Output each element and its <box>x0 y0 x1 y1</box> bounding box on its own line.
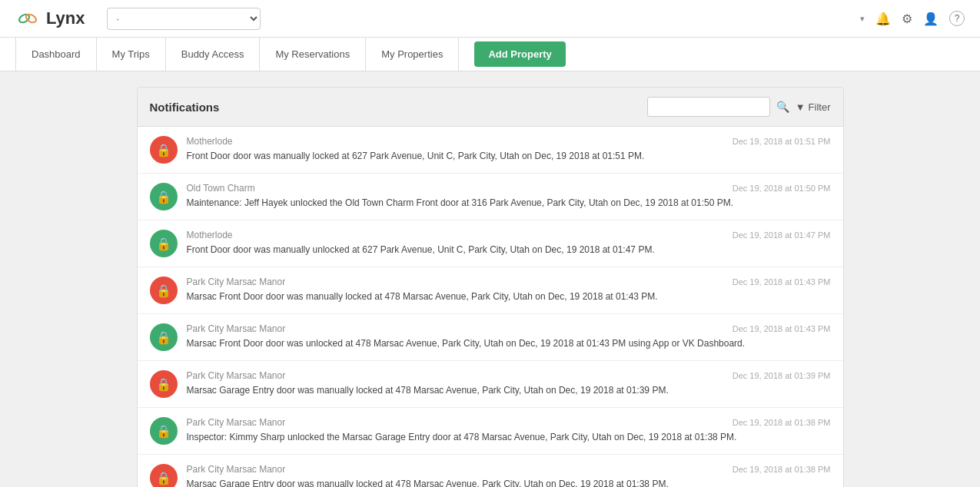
notification-content: Park City Marsac Manor Dec 19, 2018 at 0… <box>187 417 831 444</box>
header-search[interactable]: · <box>107 8 261 30</box>
lock-icon: 🔒 <box>150 230 178 257</box>
header: Lynx · ▾ 🔔 ⚙ 👤 ? <box>0 0 980 38</box>
notification-content: Park City Marsac Manor Dec 19, 2018 at 0… <box>187 277 831 303</box>
notification-time: Dec 19, 2018 at 01:38 PM <box>733 418 831 427</box>
user-chevron-icon[interactable]: ▾ <box>860 14 865 24</box>
notification-content: Motherlode Dec 19, 2018 at 01:47 PM Fron… <box>187 230 831 257</box>
lock-icon: 🔒 <box>150 183 178 210</box>
nav: Dashboard My Trips Buddy Access My Reser… <box>0 38 980 71</box>
nav-item-my-reservations[interactable]: My Reservations <box>260 38 366 71</box>
notification-time: Dec 19, 2018 at 01:43 PM <box>733 277 831 287</box>
notification-top: Motherlode Dec 19, 2018 at 01:51 PM <box>187 136 831 147</box>
header-right: ▾ 🔔 ⚙ 👤 ? <box>860 11 965 26</box>
lock-icon: 🔒 <box>150 417 178 445</box>
notification-property: Old Town Charm <box>187 183 255 194</box>
notification-time: Dec 19, 2018 at 01:47 PM <box>733 230 831 240</box>
filter-icon: ▼ <box>796 101 806 113</box>
gear-icon[interactable]: ⚙ <box>902 12 912 26</box>
notification-property: Park City Marsac Manor <box>187 417 286 428</box>
notifications-search-input[interactable] <box>647 97 770 117</box>
notifications-title: Notifications <box>150 101 220 114</box>
lock-icon: 🔒 <box>150 277 178 304</box>
filter-button[interactable]: ▼ Filter <box>796 101 831 113</box>
notification-content: Park City Marsac Manor Dec 19, 2018 at 0… <box>187 370 831 397</box>
notification-item: 🔒 Old Town Charm Dec 19, 2018 at 01:50 P… <box>138 174 843 220</box>
notification-top: Motherlode Dec 19, 2018 at 01:47 PM <box>187 230 831 240</box>
notification-message: Marsac Garage Entry door was manually lo… <box>187 383 831 397</box>
notification-property: Park City Marsac Manor <box>187 370 286 381</box>
notification-message: Marsac Front Door door was unlocked at 4… <box>187 336 831 350</box>
notifications-list: 🔒 Motherlode Dec 19, 2018 at 01:51 PM Fr… <box>138 127 843 487</box>
notifications-panel: Notifications 🔍 ▼ Filter 🔒 Motherlode De… <box>137 87 844 487</box>
notification-item: 🔒 Park City Marsac Manor Dec 19, 2018 at… <box>138 408 843 455</box>
bell-icon[interactable]: 🔔 <box>875 12 891 26</box>
nav-item-buddy-access[interactable]: Buddy Access <box>166 38 261 71</box>
add-property-button[interactable]: Add Property <box>474 41 565 67</box>
notification-item: 🔒 Motherlode Dec 19, 2018 at 01:47 PM Fr… <box>138 220 843 267</box>
notification-item: 🔒 Park City Marsac Manor Dec 19, 2018 at… <box>138 361 843 408</box>
nav-item-dashboard[interactable]: Dashboard <box>15 38 97 71</box>
notification-message: Marsac Garage Entry door was manually lo… <box>187 477 831 487</box>
search-button[interactable]: 🔍 <box>776 101 789 113</box>
notification-message: Front Door door was manually unlocked at… <box>187 243 831 257</box>
header-left: Lynx · <box>15 6 261 31</box>
notifications-header: Notifications 🔍 ▼ Filter <box>138 88 843 127</box>
notification-message: Maintenance: Jeff Hayek unlocked the Old… <box>187 196 831 210</box>
user-icon[interactable]: 👤 <box>923 12 938 26</box>
notification-top: Park City Marsac Manor Dec 19, 2018 at 0… <box>187 277 831 287</box>
notification-message: Inspector: Kimmy Sharp unlocked the Mars… <box>187 430 831 444</box>
lock-icon: 🔒 <box>150 136 178 164</box>
notification-top: Park City Marsac Manor Dec 19, 2018 at 0… <box>187 464 831 475</box>
lock-icon: 🔒 <box>150 370 178 398</box>
notifications-search-area: 🔍 ▼ Filter <box>647 97 831 117</box>
nav-item-my-trips[interactable]: My Trips <box>97 38 166 71</box>
notification-property: Park City Marsac Manor <box>187 323 286 334</box>
notification-time: Dec 19, 2018 at 01:38 PM <box>733 465 831 474</box>
nav-item-my-properties[interactable]: My Properties <box>366 38 459 71</box>
notification-content: Motherlode Dec 19, 2018 at 01:51 PM Fron… <box>187 136 831 163</box>
notification-top: Park City Marsac Manor Dec 19, 2018 at 0… <box>187 370 831 381</box>
notification-property: Motherlode <box>187 230 233 240</box>
lock-icon: 🔒 <box>150 323 178 351</box>
notification-time: Dec 19, 2018 at 01:50 PM <box>733 184 831 193</box>
notification-time: Dec 19, 2018 at 01:39 PM <box>733 371 831 380</box>
logo-icon <box>15 6 40 31</box>
notification-content: Old Town Charm Dec 19, 2018 at 01:50 PM … <box>187 183 831 210</box>
lock-icon: 🔒 <box>150 464 178 487</box>
notification-message: Front Door door was manually locked at 6… <box>187 149 831 163</box>
notification-content: Park City Marsac Manor Dec 19, 2018 at 0… <box>187 464 831 487</box>
notification-top: Old Town Charm Dec 19, 2018 at 01:50 PM <box>187 183 831 194</box>
notification-top: Park City Marsac Manor Dec 19, 2018 at 0… <box>187 417 831 428</box>
notification-item: 🔒 Park City Marsac Manor Dec 19, 2018 at… <box>138 314 843 361</box>
notification-property: Park City Marsac Manor <box>187 277 286 287</box>
notification-item: 🔒 Motherlode Dec 19, 2018 at 01:51 PM Fr… <box>138 127 843 174</box>
notification-property: Park City Marsac Manor <box>187 464 286 475</box>
logo-text: Lynx <box>46 8 85 28</box>
notification-property: Motherlode <box>187 136 233 147</box>
notification-time: Dec 19, 2018 at 01:43 PM <box>733 324 831 333</box>
help-icon[interactable]: ? <box>949 11 965 26</box>
notification-content: Park City Marsac Manor Dec 19, 2018 at 0… <box>187 323 831 350</box>
filter-label: Filter <box>809 101 831 113</box>
header-user: ▾ <box>860 14 865 24</box>
property-select[interactable]: · <box>107 8 261 30</box>
notification-top: Park City Marsac Manor Dec 19, 2018 at 0… <box>187 323 831 334</box>
notification-time: Dec 19, 2018 at 01:51 PM <box>733 137 831 146</box>
notification-item: 🔒 Park City Marsac Manor Dec 19, 2018 at… <box>138 455 843 487</box>
main-content: Notifications 🔍 ▼ Filter 🔒 Motherlode De… <box>121 71 859 487</box>
svg-point-1 <box>25 13 38 25</box>
notification-item: 🔒 Park City Marsac Manor Dec 19, 2018 at… <box>138 267 843 314</box>
notification-message: Marsac Front Door door was manually lock… <box>187 290 831 303</box>
